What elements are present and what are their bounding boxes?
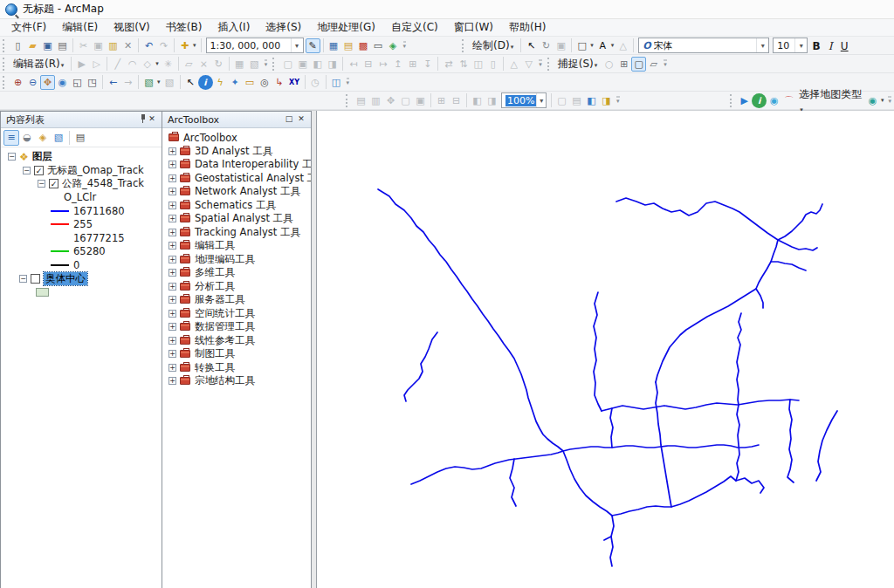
zoom-out-tool[interactable]: ⊖ (25, 75, 40, 90)
toc-layer-row[interactable]: −✓公路_4548_Track (1, 177, 162, 191)
list-by-source-button[interactable]: ◒ (19, 130, 35, 146)
arctoolbox-item-row[interactable]: +地理编码工具 (162, 253, 311, 267)
underline-button[interactable]: U (837, 38, 851, 53)
expand-collapse-icon[interactable]: + (168, 188, 176, 195)
legend-line-swatch[interactable] (51, 237, 69, 239)
menu-item-5[interactable]: 插入(I) (210, 18, 258, 37)
arctoolbox-item-row[interactable]: +线性参考工具 (162, 334, 311, 348)
new-document-button[interactable]: ▯ (10, 38, 25, 53)
new-rectangle-tool[interactable]: □ (574, 38, 589, 53)
expand-collapse-icon[interactable]: + (168, 161, 176, 168)
layer-checkbox[interactable] (31, 274, 40, 284)
toc-layer-row[interactable]: −✓无标题_Omap_Track (1, 164, 162, 178)
modelbuilder-button[interactable]: ◈ (386, 38, 401, 53)
arctoolbox-item-row[interactable]: +分析工具 (162, 280, 311, 294)
save-button[interactable]: ▣ (40, 38, 55, 53)
toolbar-grip[interactable] (730, 94, 734, 107)
expand-collapse-icon[interactable]: + (168, 296, 176, 304)
editor-menu[interactable]: 编辑器(R)▾ (10, 57, 68, 72)
snapping-menu[interactable]: 捕捉(S)▾ (555, 57, 602, 72)
toolbar-overflow-button[interactable]: ▾ (616, 96, 620, 106)
edit-pencil-button[interactable]: ✎ (306, 38, 320, 53)
dropdown-arrow-icon[interactable]: ▾ (193, 42, 196, 49)
find-button[interactable]: ◎ (258, 75, 272, 90)
basemap-globe-button[interactable]: ◉ (865, 93, 880, 108)
expand-collapse-icon[interactable]: + (168, 215, 176, 222)
add-data-button[interactable]: ✚ (177, 38, 192, 53)
attribute-table-button[interactable]: ▦ (327, 38, 341, 53)
list-by-drawing-order-button[interactable]: ≡ (3, 130, 19, 146)
expand-collapse-icon[interactable]: + (168, 229, 176, 236)
legend-polygon-swatch[interactable] (36, 288, 49, 297)
html-popup-tool[interactable]: ✦ (228, 75, 243, 90)
menu-item-10[interactable]: 帮助(H) (501, 18, 554, 37)
dropdown-arrow-icon[interactable]: ▾ (590, 42, 594, 49)
arctoolbox-item-row[interactable]: +宗地结构工具 (162, 374, 311, 388)
toolbar-grip[interactable] (547, 58, 552, 71)
arctoolbox-item-row[interactable]: +Geostatistical Analyst 工具 (162, 172, 311, 186)
map-type-menu[interactable]: 选择地图类型▾ (796, 87, 865, 114)
expand-collapse-icon[interactable]: + (168, 269, 176, 277)
expand-collapse-icon[interactable]: + (168, 323, 176, 331)
arctoolbox-item-row[interactable]: +空间统计工具 (162, 307, 311, 321)
arcglobe-button[interactable]: ◉ (767, 93, 781, 108)
undo-button[interactable]: ↶ (141, 38, 156, 53)
expand-collapse-icon[interactable]: − (19, 275, 27, 283)
expand-collapse-icon[interactable]: + (168, 174, 176, 182)
expand-collapse-icon[interactable]: + (168, 256, 176, 263)
expand-collapse-icon[interactable]: − (38, 180, 45, 188)
arctoolbox-item-row[interactable]: +转换工具 (162, 361, 311, 375)
arctoolbox-item-row[interactable]: +Network Analyst 工具 (162, 185, 311, 199)
arcscene-button[interactable]: ⌒ (781, 93, 796, 108)
combo-dropdown-icon[interactable]: ▾ (536, 93, 546, 107)
toc-field-row[interactable]: O_LClr (1, 191, 162, 205)
expand-collapse-icon[interactable]: + (168, 283, 176, 291)
select-elements-tool[interactable]: ↖ (183, 75, 198, 90)
italic-button[interactable]: I (823, 38, 837, 53)
paste-button[interactable]: ▥ (106, 38, 120, 53)
layer-checkbox[interactable]: ✓ (49, 179, 58, 188)
fixed-zoom-out-button[interactable]: ◳ (85, 75, 100, 90)
expand-collapse-icon[interactable]: − (8, 153, 16, 161)
toolbar-overflow-button[interactable]: ▾ (539, 59, 542, 69)
data-driven-pages-button[interactable]: ◨ (599, 93, 614, 108)
pan-tool[interactable]: ✥ (40, 75, 55, 90)
data-driven-page-setup-button[interactable]: ◧ (584, 93, 599, 108)
toolbar-grip[interactable] (3, 58, 7, 71)
expand-collapse-icon[interactable]: + (168, 242, 176, 250)
arctoolbox-root-row[interactable]: ArcToolbox (162, 131, 311, 145)
open-folder-button[interactable]: ▰ (25, 38, 40, 53)
arctoolbox-item-row[interactable]: +3D Analyst 工具 (162, 145, 311, 159)
expand-collapse-icon[interactable]: + (168, 337, 176, 345)
legend-line-swatch[interactable] (51, 210, 69, 212)
toc-legend-row[interactable]: 255 (1, 218, 162, 232)
menu-item-8[interactable]: 自定义(C) (383, 18, 446, 37)
back-extent-button[interactable]: ← (106, 75, 120, 90)
print-button[interactable]: ▤ (55, 38, 70, 53)
expand-collapse-icon[interactable]: + (168, 364, 176, 372)
arctoolbox-item-row[interactable]: +Schematics 工具 (162, 199, 311, 213)
arctoolbox-item-row[interactable]: +编辑工具 (162, 239, 311, 253)
list-by-selection-button[interactable]: ▧ (51, 130, 66, 146)
arctoolbox-item-row[interactable]: +服务器工具 (162, 293, 311, 307)
menu-item-6[interactable]: 选择(S) (258, 18, 309, 37)
delete-button[interactable]: ✕ (120, 38, 135, 53)
combo-dropdown-icon[interactable]: ▾ (291, 38, 303, 52)
scale-combo[interactable]: 1:30, 000, 000▾ (206, 38, 304, 53)
vertex-snapping-button[interactable]: ▢ (631, 57, 646, 72)
toc-swatch-row[interactable] (1, 285, 162, 299)
legend-line-swatch[interactable] (51, 223, 69, 225)
arctoolbox-item-row[interactable]: +制图工具 (162, 347, 311, 361)
new-text-tool[interactable]: A (595, 38, 610, 53)
toc-legend-row[interactable]: 65280 (1, 245, 162, 259)
toolbar-grip[interactable] (346, 94, 350, 107)
measure-tool[interactable]: ▭ (243, 75, 258, 90)
combo-dropdown-icon[interactable]: ▾ (794, 38, 807, 52)
toc-close-button[interactable]: ✕ (146, 113, 158, 126)
expand-collapse-icon[interactable]: − (23, 167, 31, 174)
toc-legend-row[interactable]: 16777215 (1, 231, 162, 245)
map-canvas[interactable] (316, 111, 894, 588)
arctoolbox-item-row[interactable]: +多维工具 (162, 266, 311, 280)
toc-group-row[interactable]: −❖图层 (1, 150, 162, 164)
expand-collapse-icon[interactable]: + (168, 350, 176, 358)
